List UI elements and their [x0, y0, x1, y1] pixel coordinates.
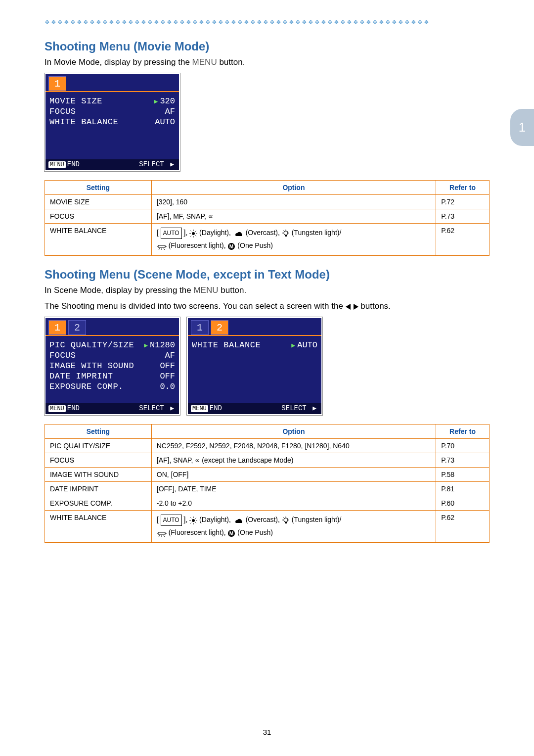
svg-line-34 [190, 522, 191, 523]
cell-refer: P.73 [436, 453, 490, 468]
menu-row-value-wrap: 0.0 [160, 382, 175, 391]
diamond-icon: ❖ [231, 20, 236, 25]
menu-row-value: N1280 [150, 340, 175, 350]
cell-refer: P.73 [436, 209, 490, 224]
svg-rect-10 [285, 235, 287, 236]
diamond-icon: ❖ [51, 20, 56, 25]
col-refer: Refer to [436, 181, 490, 195]
cell-refer: P.62 [436, 511, 490, 543]
menu-row-label: MOVIE SIZE [49, 96, 102, 106]
diamond-icon: ❖ [385, 20, 390, 25]
menu-row: MOVIE SIZE▶320 [49, 96, 175, 106]
decorative-diamond-divider: ❖❖❖❖❖❖❖❖❖❖❖❖❖❖❖❖❖❖❖❖❖❖❖❖❖❖❖❖❖❖❖❖❖❖❖❖❖❖❖❖… [44, 20, 490, 25]
right-triangle-icon: ▶ [170, 405, 174, 412]
menu-row-label: WHITE BALANCE [49, 117, 118, 127]
cell-option: -2.0 to +2.0 [151, 496, 436, 511]
diamond-icon: ❖ [96, 20, 101, 25]
svg-point-0 [192, 232, 195, 235]
scene-intro-suffix: button. [219, 285, 247, 295]
m-badge-icon: M [227, 527, 235, 539]
diamond-icon: ❖ [276, 20, 281, 25]
cell-option: [OFF], DATE, TIME [151, 482, 436, 496]
menu-row: IMAGE WITH SOUNDOFF [49, 361, 175, 371]
screenshot-body: PIC QUALITY/SIZE▶N1280FOCUSAFIMAGE WITH … [45, 335, 179, 403]
col-option: Option [151, 425, 436, 439]
cell-setting: FOCUS [45, 453, 152, 468]
wb-option-line2: (Fluorescent light), M (One Push) [157, 239, 431, 252]
diamond-icon: ❖ [321, 20, 326, 25]
right-triangle-icon: ▶ [312, 405, 316, 412]
table-row: DATE IMPRINT[OFF], DATE, TIMEP.81 [45, 482, 490, 496]
diamond-icon: ❖ [192, 20, 197, 25]
menu-row: WHITE BALANCE▶AUTO [192, 340, 317, 350]
page-number: 31 [0, 728, 534, 736]
svg-line-31 [190, 518, 191, 519]
svg-line-14 [283, 231, 284, 232]
wb-option-line2: (Fluorescent light), M (One Push) [157, 526, 431, 539]
diamond-icon: ❖ [109, 20, 114, 25]
table-row: MOVIE SIZE[320], 160P.72 [45, 195, 490, 209]
diamond-icon: ❖ [269, 20, 274, 25]
table-row: PIC QUALITY/SIZENC2592, F2592, N2592, F2… [45, 439, 490, 453]
diamond-icon: ❖ [173, 20, 178, 25]
cell-refer: P.70 [436, 439, 490, 453]
diamond-icon: ❖ [115, 20, 120, 25]
scene-menu-screenshot-1: 12PIC QUALITY/SIZE▶N1280FOCUSAFIMAGE WIT… [44, 317, 180, 415]
menu-row-value: OFF [160, 361, 175, 371]
svg-line-47 [164, 535, 165, 537]
sun-icon [189, 227, 197, 239]
menu-row-value: AF [165, 351, 175, 360]
svg-line-45 [159, 535, 160, 537]
svg-line-33 [195, 518, 196, 519]
diamond-icon: ❖ [64, 20, 69, 25]
table-row: WHITE BALANCE[ AUTO ], (Daylight), (Over… [45, 224, 490, 256]
diamond-icon: ❖ [89, 20, 94, 25]
col-refer: Refer to [436, 425, 490, 439]
scene-section-title: Shooting Menu (Scene Mode, except in Tex… [44, 268, 490, 282]
m-badge-icon: M [227, 240, 235, 252]
diamond-icon: ❖ [102, 20, 107, 25]
menu-row-value: OFF [160, 372, 175, 381]
diamond-icon: ❖ [282, 20, 287, 25]
menu-row: FOCUSAF [49, 350, 175, 361]
menu-row-value-wrap: ▶320 [152, 96, 175, 106]
footer-end-label: END [67, 160, 80, 168]
screenshot-footer: MENUENDSELECT ▶ [188, 403, 321, 414]
footer-right: SELECT ▶ [281, 404, 318, 412]
svg-marker-25 [354, 304, 358, 310]
menu-row-value: AUTO [297, 340, 317, 350]
col-setting: Setting [45, 425, 152, 439]
diamond-icon: ❖ [218, 20, 223, 25]
menu-row: EXPOSURE COMP.0.0 [49, 381, 175, 392]
col-setting: Setting [45, 181, 152, 195]
tab-1: 1 [48, 76, 66, 91]
footer-left: MENUEND [48, 404, 80, 412]
diamond-icon: ❖ [417, 20, 422, 25]
selected-indicator-icon: ▶ [144, 342, 148, 349]
screenshot-tabs: 1 [45, 74, 179, 91]
menu-row-value: AUTO [155, 117, 175, 127]
scene-intro-prefix: In Scene Mode, display by pressing the [44, 285, 193, 295]
menu-row-value: AF [165, 107, 175, 116]
movie-section-title: Shooting Menu (Movie Mode) [44, 40, 490, 53]
table-row: IMAGE WITH SOUNDON, [OFF]P.58 [45, 468, 490, 482]
menu-badge: MENU [48, 405, 66, 412]
cell-option: [320], 160 [151, 195, 436, 209]
cell-option: [AF], MF, SNAP, ∝ [151, 209, 436, 224]
chapter-side-tab: 1 [510, 109, 534, 146]
diamond-icon: ❖ [257, 20, 262, 25]
tab-1: 1 [48, 320, 66, 335]
svg-line-8 [190, 236, 191, 236]
svg-rect-36 [285, 522, 287, 523]
svg-line-32 [195, 522, 196, 523]
scene-sub-intro: The Shooting menu is divided into two sc… [44, 301, 490, 312]
diamond-icon: ❖ [167, 20, 172, 25]
sun-icon [189, 514, 197, 526]
wb-option-line1: [ AUTO ], (Daylight), (Overcast), (Tungs… [157, 514, 431, 526]
diamond-icon: ❖ [308, 20, 313, 25]
scene-menu-screenshot-2: 12WHITE BALANCE▶AUTOMENUENDSELECT ▶ [187, 317, 322, 415]
chapter-number: 1 [519, 120, 526, 135]
diamond-icon: ❖ [295, 20, 300, 25]
diamond-icon: ❖ [340, 20, 345, 25]
cell-option: NC2592, F2592, N2592, F2048, N2048, F128… [151, 439, 436, 453]
